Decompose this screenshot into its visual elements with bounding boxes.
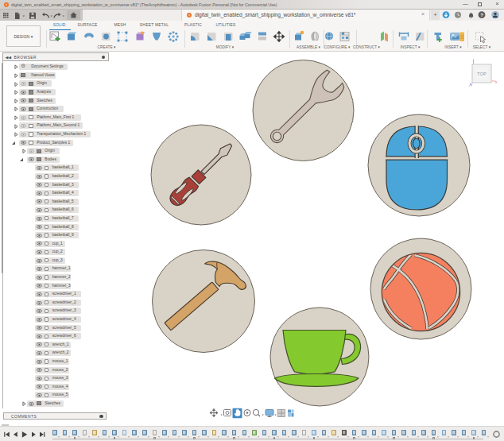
- svg-text:TOP: TOP: [477, 72, 487, 76]
- svg-text:?: ?: [480, 13, 483, 17]
- svg-text:x: x: [495, 80, 498, 84]
